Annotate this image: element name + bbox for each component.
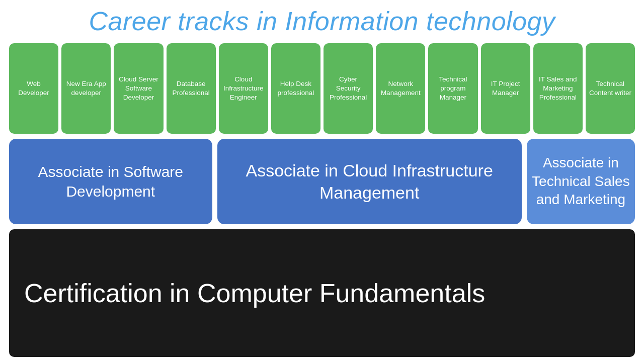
- green-card-cyber-security-professional: Cyber Security Professional: [324, 43, 373, 134]
- green-card-network-management: Network Management: [376, 43, 425, 134]
- green-card-technical-program-manager: Technical program Manager: [428, 43, 477, 134]
- cards-row: Web DeveloperNew Era App developerCloud …: [9, 43, 635, 134]
- green-card-technical-content-writer: Technical Content writer: [586, 43, 635, 134]
- green-card-cloud-infrastructure-engineer: Cloud Infrastructure Engineer: [219, 43, 268, 134]
- blue-box-associate-tech-sales: Associate in Technical Sales and Marketi…: [527, 139, 635, 224]
- green-card-database-professional: Database Professional: [167, 43, 216, 134]
- cert-bar: Certification in Computer Fundamentals: [9, 229, 635, 357]
- page-wrapper: Career tracks in Information technology …: [0, 0, 644, 362]
- page-title: Career tracks in Information technology: [9, 6, 635, 36]
- green-card-web-developer: Web Developer: [9, 43, 58, 134]
- blue-box-associate-cloud-infra: Associate in Cloud Infrastructure Manage…: [217, 139, 522, 224]
- green-card-new-era-app-developer: New Era App developer: [61, 43, 111, 134]
- boxes-row: Associate in Software DevelopmentAssocia…: [9, 139, 635, 224]
- cert-label: Certification in Computer Fundamentals: [24, 278, 485, 308]
- green-card-help-desk-professional: Help Desk professional: [271, 43, 320, 134]
- green-card-cloud-server-software-developer: Cloud Server Software Developer: [114, 43, 163, 134]
- green-card-it-sales-marketing-professional: IT Sales and Marketing Professional: [533, 43, 583, 134]
- green-card-it-project-manager: IT Project Manager: [481, 43, 530, 134]
- blue-box-associate-software-dev: Associate in Software Development: [9, 139, 212, 224]
- title-section: Career tracks in Information technology: [9, 5, 635, 38]
